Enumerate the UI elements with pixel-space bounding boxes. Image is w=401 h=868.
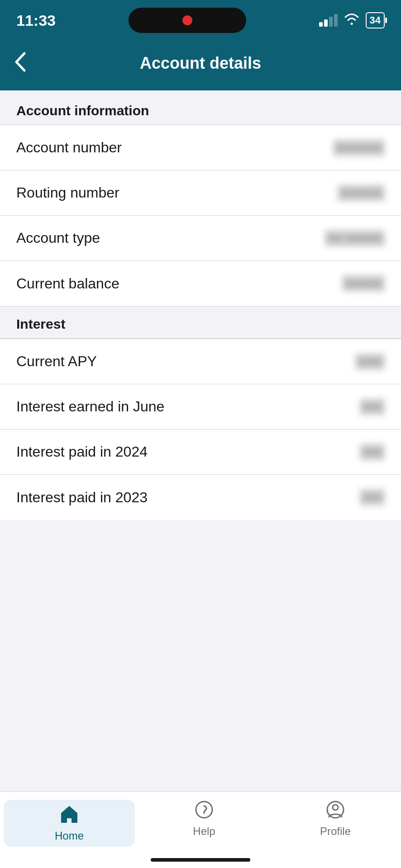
current-balance-value: •••••••• [342, 275, 385, 292]
nav-header: Account details [0, 41, 401, 90]
back-button[interactable] [14, 52, 26, 75]
tab-help[interactable]: Help [138, 800, 270, 838]
help-tab-label: Help [193, 825, 215, 838]
profile-icon [325, 800, 345, 821]
current-balance-label: Current balance [16, 275, 119, 292]
interest-rows: Current APY ••••• Interest earned in Jun… [0, 339, 401, 520]
account-type-value: ••• •••••••• [325, 230, 385, 246]
svg-point-2 [333, 805, 338, 810]
tab-bar: Home Help Profile [0, 791, 401, 868]
signal-icon [319, 14, 338, 27]
main-content: Account information Account number •••••… [0, 90, 401, 601]
battery-icon: 34 [366, 12, 385, 28]
interest-june-value: •••• [360, 399, 385, 415]
interest-2023-label: Interest paid in 2023 [16, 489, 148, 506]
interest-june-label: Interest earned in June [16, 398, 164, 415]
routing-number-value: ••••••••• [338, 185, 385, 201]
current-balance-row: Current balance •••••••• [0, 261, 401, 306]
account-number-label: Account number [16, 139, 122, 156]
account-number-row: Account number •••••••••• [0, 125, 401, 170]
account-info-section-header: Account information [0, 90, 401, 125]
routing-number-row: Routing number ••••••••• [0, 170, 401, 216]
svg-point-0 [196, 802, 212, 818]
current-apy-row: Current APY ••••• [0, 339, 401, 384]
wifi-icon [344, 13, 359, 28]
interest-2023-row: Interest paid in 2023 •••• [0, 475, 401, 520]
profile-tab-label: Profile [320, 825, 351, 838]
current-apy-value: ••••• [355, 354, 385, 370]
help-icon [194, 800, 214, 821]
home-tab-label: Home [55, 830, 84, 842]
interest-2024-row: Interest paid in 2024 •••• [0, 429, 401, 475]
account-info-rows: Account number •••••••••• Routing number… [0, 125, 401, 306]
interest-table: Current APY ••••• Interest earned in Jun… [0, 339, 401, 520]
status-time: 11:33 [16, 12, 56, 29]
current-apy-label: Current APY [16, 353, 97, 370]
interest-section-header: Interest [0, 306, 401, 339]
account-number-value: •••••••••• [333, 140, 385, 156]
home-indicator [151, 858, 250, 862]
routing-number-label: Routing number [16, 184, 119, 201]
tab-home[interactable]: Home [4, 800, 135, 847]
interest-2024-value: •••• [360, 444, 385, 460]
page-title: Account details [140, 54, 261, 73]
home-icon [59, 804, 79, 826]
tab-profile[interactable]: Profile [270, 800, 401, 838]
interest-2023-value: •••• [360, 489, 385, 505]
account-info-table: Account number •••••••••• Routing number… [0, 125, 401, 306]
interest-2024-label: Interest paid in 2024 [16, 443, 148, 460]
recording-indicator [182, 15, 192, 25]
status-bar: 11:33 34 [0, 0, 401, 41]
account-type-row: Account type ••• •••••••• [0, 216, 401, 261]
dynamic-island [129, 8, 246, 33]
account-type-label: Account type [16, 230, 100, 246]
interest-june-row: Interest earned in June •••• [0, 384, 401, 429]
status-icons: 34 [319, 12, 385, 28]
